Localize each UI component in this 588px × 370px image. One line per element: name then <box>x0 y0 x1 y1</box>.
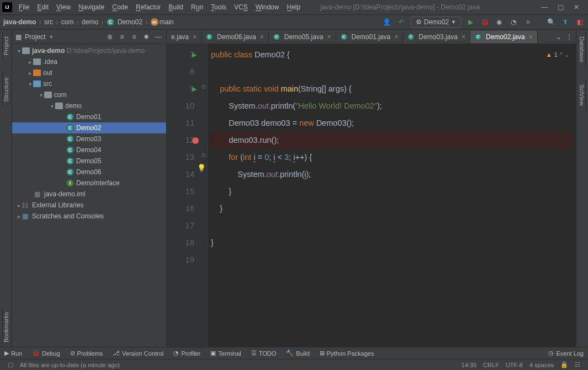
run-icon[interactable]: ▶ <box>465 17 475 27</box>
menu-file[interactable]: File <box>15 2 33 13</box>
tree-root[interactable]: ▾java-demo D:\IdeaProjects\java-demo <box>12 45 166 56</box>
expand-icon[interactable]: ≡ <box>118 33 126 41</box>
right-tab-database[interactable]: Database <box>579 32 586 67</box>
status-encoding[interactable]: UTF-8 <box>502 362 526 368</box>
tab-demo01[interactable]: CDemo01.java× <box>336 31 404 43</box>
tree-scratches[interactable]: ▸▦Scratches and Consoles <box>12 211 166 222</box>
project-tree[interactable]: ▾java-demo D:\IdeaProjects\java-demo ▸.i… <box>12 44 166 347</box>
tree-class-demo06[interactable]: CDemo06 <box>12 167 166 178</box>
left-tab-project[interactable]: Project <box>2 32 9 60</box>
sidebar-title[interactable]: Project <box>25 33 45 41</box>
tree-external[interactable]: ▸⫿⫿External Libraries <box>12 200 166 211</box>
run-config-selector[interactable]: ⚙ Demo02 ▼ <box>411 17 461 28</box>
left-tab-bookmarks[interactable]: Bookmarks <box>2 308 9 347</box>
tree-src[interactable]: ▾src <box>12 78 166 89</box>
breakpoint-icon[interactable] <box>192 137 199 144</box>
menu-vcs[interactable]: VCS <box>231 2 251 13</box>
crumb-class[interactable]: Demo02 <box>118 18 142 26</box>
tab-demo03[interactable]: CDemo03.java× <box>403 31 470 43</box>
close-icon[interactable]: × <box>193 33 197 41</box>
close-icon[interactable]: × <box>529 33 533 41</box>
inspection-badge[interactable]: ▲1^ ⌄ <box>546 46 569 63</box>
tree-class-demo02[interactable]: CDemo02 <box>12 122 166 133</box>
right-tab-sciview[interactable]: SciView <box>579 80 586 110</box>
profile-icon[interactable]: ◔ <box>508 17 518 27</box>
lock-icon[interactable]: 🔒 <box>557 361 571 368</box>
close-icon[interactable]: × <box>462 33 465 41</box>
tree-iml[interactable]: ▦java-demo.iml <box>12 189 166 200</box>
tool-debug[interactable]: 🐞Debug <box>32 350 60 357</box>
tree-demo[interactable]: ▾demo <box>12 100 166 111</box>
tab-partial[interactable]: e.java× <box>167 31 202 43</box>
tool-run[interactable]: ▶Run <box>4 350 22 357</box>
tool-build[interactable]: 🔨Build <box>286 350 309 357</box>
maximize-icon[interactable]: ▢ <box>558 3 564 11</box>
run-gutter-icon[interactable]: ▶ <box>192 81 197 98</box>
hide-icon[interactable]: — <box>154 33 163 41</box>
tree-com[interactable]: ▾com <box>12 89 166 100</box>
close-icon[interactable]: ✕ <box>574 3 579 11</box>
tool-profiler[interactable]: ◔Profiler <box>173 350 200 357</box>
ide-icon[interactable]: ◧ <box>575 17 585 27</box>
status-position[interactable]: 14:35 <box>458 362 480 368</box>
menu-help[interactable]: Help <box>283 2 304 13</box>
settings-icon[interactable]: ✹ <box>142 33 151 41</box>
close-icon[interactable]: × <box>327 33 331 41</box>
back-icon[interactable]: ↶ <box>396 17 406 27</box>
left-tab-structure[interactable]: Structure <box>2 73 9 106</box>
locate-icon[interactable]: ⊕ <box>105 33 114 41</box>
fold-column[interactable]: ⊟ ⊟ 💡 <box>200 44 208 347</box>
tree-class-demo04[interactable]: CDemo04 <box>12 144 166 155</box>
menu-run[interactable]: Run <box>188 2 206 13</box>
intention-bulb-icon[interactable]: 💡 <box>197 164 206 172</box>
breadcrumb[interactable]: java-demo› src› com› demo› CDemo02› mmai… <box>3 18 174 26</box>
sync-icon[interactable]: ⬆ <box>560 17 570 27</box>
close-icon[interactable]: × <box>394 33 398 41</box>
tab-more-icon[interactable]: ⋮ <box>566 33 573 41</box>
tab-demo05[interactable]: CDemo05.java× <box>269 31 336 43</box>
gutter[interactable]: 7▶ 8 9▶ 10 11 12 13 14 15 16 17 18 19 <box>167 44 200 347</box>
stop-icon[interactable]: ■ <box>523 17 533 27</box>
search-icon[interactable]: 🔍 <box>546 17 556 27</box>
menu-code[interactable]: Code <box>109 2 131 13</box>
status-indent[interactable]: 4 spaces <box>526 362 557 368</box>
tree-idea[interactable]: ▸.idea <box>12 56 166 67</box>
tab-demo06[interactable]: CDemo06.java× <box>202 31 269 43</box>
menu-tools[interactable]: Tools <box>208 2 230 13</box>
menu-build[interactable]: Build <box>165 2 187 13</box>
crumb-com[interactable]: com <box>61 18 74 26</box>
crumb-src[interactable]: src <box>44 18 53 26</box>
tool-problems[interactable]: ⊘Problems <box>70 350 103 357</box>
crumb-demo[interactable]: demo <box>82 18 98 26</box>
run-gutter-icon[interactable]: ▶ <box>192 46 197 63</box>
minimize-icon[interactable]: — <box>541 3 548 11</box>
status-separator[interactable]: CRLF <box>480 362 502 368</box>
menu-edit[interactable]: Edit <box>34 2 52 13</box>
collapse-icon[interactable]: ≡ <box>130 33 139 41</box>
tool-todo[interactable]: ☰TODO <box>251 350 277 357</box>
tool-terminal[interactable]: ▣Terminal <box>210 350 241 357</box>
debug-icon[interactable]: 🐞 <box>480 17 490 27</box>
crumb-method[interactable]: main <box>160 18 174 26</box>
notify-icon[interactable]: ☷ <box>571 361 584 368</box>
menu-window[interactable]: Window <box>252 2 283 13</box>
menu-view[interactable]: View <box>53 2 74 13</box>
menu-navigate[interactable]: Navigate <box>75 2 108 13</box>
coverage-icon[interactable]: ◉ <box>494 17 504 27</box>
status-icon[interactable]: ▢ <box>4 361 17 368</box>
tab-dropdown-icon[interactable]: ⌄ <box>556 33 561 41</box>
code-text[interactable]: ▲1^ ⌄ public class Demo02 { public stati… <box>208 44 576 347</box>
tree-class-demo01[interactable]: CDemo01 <box>12 111 166 122</box>
tree-class-demo03[interactable]: CDemo03 <box>12 133 166 144</box>
tree-class-demo05[interactable]: CDemo05 <box>12 155 166 167</box>
tab-demo02[interactable]: CDemo02.java× <box>470 31 538 43</box>
tool-eventlog[interactable]: ◷Event Log <box>548 350 584 357</box>
close-icon[interactable]: × <box>260 33 264 41</box>
menu-refactor[interactable]: Refactor <box>133 2 164 13</box>
code-area[interactable]: 7▶ 8 9▶ 10 11 12 13 14 15 16 17 18 19 ⊟ … <box>167 44 576 347</box>
tree-out[interactable]: ▸out <box>12 67 166 78</box>
tool-vcs[interactable]: ⎇Version Control <box>113 350 163 357</box>
tool-python[interactable]: ⊞Python Packages <box>320 350 374 357</box>
crumb-project[interactable]: java-demo <box>3 18 36 26</box>
chevron-down-icon[interactable]: ▼ <box>49 34 54 40</box>
